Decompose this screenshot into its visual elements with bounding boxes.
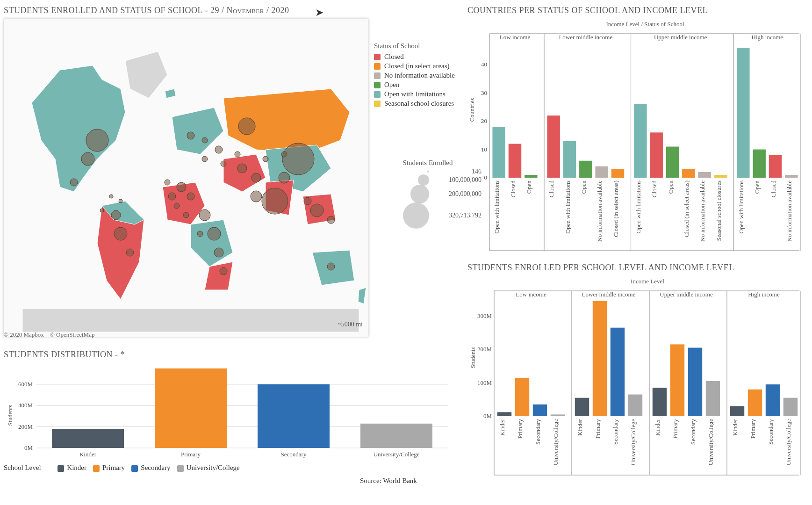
- enrollment-bubble[interactable]: [197, 231, 203, 237]
- enrollment-bubble[interactable]: [174, 203, 180, 209]
- students-bar[interactable]: [533, 404, 547, 416]
- svg-text:200M: 200M: [18, 423, 33, 430]
- students-bar[interactable]: [628, 395, 642, 416]
- countries-bar[interactable]: [595, 166, 608, 178]
- students-bar[interactable]: [670, 344, 684, 416]
- legend-status-item[interactable]: Closed (in select areas): [374, 62, 481, 70]
- legend-status-item[interactable]: Seasonal school closures: [374, 100, 481, 108]
- dist-legend-label[interactable]: Secondary: [141, 464, 170, 471]
- enrollment-bubble[interactable]: [208, 227, 221, 240]
- students-bar[interactable]: [575, 398, 589, 416]
- credit-mapbox[interactable]: © 2020 Mapbox: [4, 331, 44, 338]
- enrollment-bubble[interactable]: [86, 129, 108, 152]
- svg-text:No information available: No information available: [596, 180, 603, 242]
- enrollment-bubble[interactable]: [126, 249, 134, 256]
- enrollment-bubble[interactable]: [238, 118, 255, 135]
- countries-bar[interactable]: [650, 132, 662, 178]
- legend-status-item[interactable]: Open: [374, 81, 481, 89]
- students-bar[interactable]: [551, 414, 565, 416]
- students-bar[interactable]: [611, 328, 625, 416]
- enrollment-bubble[interactable]: [310, 204, 323, 217]
- students-bar[interactable]: [688, 348, 702, 416]
- countries-bar[interactable]: [714, 175, 727, 178]
- dist-legend-label[interactable]: University/College: [187, 464, 240, 471]
- dist-bar[interactable]: [258, 384, 330, 448]
- countries-bar[interactable]: [563, 141, 576, 178]
- countries-bar[interactable]: [737, 48, 749, 178]
- countries-bar[interactable]: [611, 169, 624, 178]
- students-bar[interactable]: [706, 381, 720, 416]
- dist-legend-label[interactable]: Primary: [102, 464, 125, 471]
- enrollment-bubble[interactable]: [304, 197, 311, 205]
- enrollment-bubble[interactable]: [119, 199, 122, 203]
- dist-bar[interactable]: [155, 368, 227, 448]
- map-svg[interactable]: [4, 19, 368, 337]
- enrollment-bubble[interactable]: [262, 188, 288, 214]
- countries-bar[interactable]: [753, 150, 765, 178]
- world-map[interactable]: ~5000 mi: [4, 19, 368, 337]
- distribution-chart[interactable]: 0M200M400M600MKinderPrimarySecondaryUniv…: [4, 364, 453, 467]
- students-bar[interactable]: [730, 406, 744, 416]
- countries-bar[interactable]: [785, 175, 798, 178]
- enrollment-bubble[interactable]: [81, 152, 94, 166]
- enrollment-bubble[interactable]: [220, 267, 227, 275]
- land-antarctica[interactable]: [22, 309, 359, 332]
- enrollment-bubble[interactable]: [70, 179, 78, 186]
- countries-bar[interactable]: [634, 104, 647, 178]
- countries-bar[interactable]: [698, 172, 711, 178]
- enrollment-bubble[interactable]: [237, 164, 247, 173]
- enrollment-bubble[interactable]: [111, 210, 121, 220]
- enrollment-bubble[interactable]: [177, 182, 186, 192]
- enrollment-bubble[interactable]: [114, 227, 127, 240]
- enrollment-bubble[interactable]: [202, 156, 208, 162]
- students-bar[interactable]: [783, 398, 798, 416]
- legend-status[interactable]: Status of School ClosedClosed (in select…: [374, 42, 481, 109]
- source-name[interactable]: World Bank: [383, 477, 417, 484]
- enrollment-bubble[interactable]: [235, 152, 240, 157]
- enrollment-bubble[interactable]: [100, 209, 104, 212]
- countries-bar[interactable]: [769, 155, 782, 178]
- enrollment-bubble[interactable]: [279, 172, 290, 183]
- enrollment-bubble[interactable]: [281, 152, 287, 157]
- dist-bar[interactable]: [360, 424, 432, 448]
- countries-bar[interactable]: [547, 115, 560, 178]
- countries-bar[interactable]: [492, 127, 505, 178]
- enrollment-bubble[interactable]: [263, 156, 268, 162]
- enrollment-bubble[interactable]: [168, 193, 176, 200]
- students-bar[interactable]: [653, 388, 667, 416]
- enrollment-bubble[interactable]: [109, 195, 113, 198]
- legend-status-item[interactable]: No information available: [374, 72, 481, 79]
- enrollment-bubble[interactable]: [251, 191, 262, 202]
- enrollment-bubble[interactable]: [327, 216, 335, 224]
- enrollment-bubble[interactable]: [165, 180, 170, 185]
- enrollment-bubble[interactable]: [215, 146, 223, 153]
- enrollment-bubble[interactable]: [187, 132, 194, 139]
- enrollment-bubble[interactable]: [214, 248, 223, 257]
- students-bar[interactable]: [515, 378, 529, 416]
- countries-chart[interactable]: Income Level / Status of School010203040…: [467, 19, 804, 252]
- countries-bar[interactable]: [525, 175, 537, 178]
- students-bar[interactable]: [497, 412, 511, 416]
- legend-status-item[interactable]: Open with limitations: [374, 90, 481, 98]
- enrollment-bubble[interactable]: [282, 143, 314, 175]
- credit-osm[interactable]: © OpenStreetMap: [50, 331, 94, 338]
- enrollment-bubble[interactable]: [327, 263, 335, 270]
- students-bar[interactable]: [748, 390, 762, 416]
- countries-bar[interactable]: [509, 144, 521, 178]
- students-chart[interactable]: Income Level0M100M200M300MStudentsKinder…: [467, 276, 804, 477]
- enrollment-bubble[interactable]: [221, 161, 226, 166]
- legend-status-item[interactable]: Closed: [374, 53, 481, 61]
- enrollment-bubble[interactable]: [199, 209, 210, 221]
- countries-bar[interactable]: [579, 161, 592, 178]
- distribution-legend[interactable]: School Level KinderPrimarySecondaryUnive…: [4, 464, 453, 472]
- countries-bar[interactable]: [682, 169, 695, 178]
- enrollment-bubble[interactable]: [183, 212, 189, 218]
- countries-bar[interactable]: [666, 147, 679, 178]
- enrollment-bubble[interactable]: [202, 137, 208, 143]
- students-bar[interactable]: [593, 301, 607, 416]
- dist-bar[interactable]: [52, 429, 124, 448]
- dist-legend-label[interactable]: Kinder: [67, 464, 86, 471]
- enrollment-bubble[interactable]: [187, 193, 194, 200]
- enrollment-bubble[interactable]: [252, 173, 261, 182]
- students-bar[interactable]: [766, 384, 780, 416]
